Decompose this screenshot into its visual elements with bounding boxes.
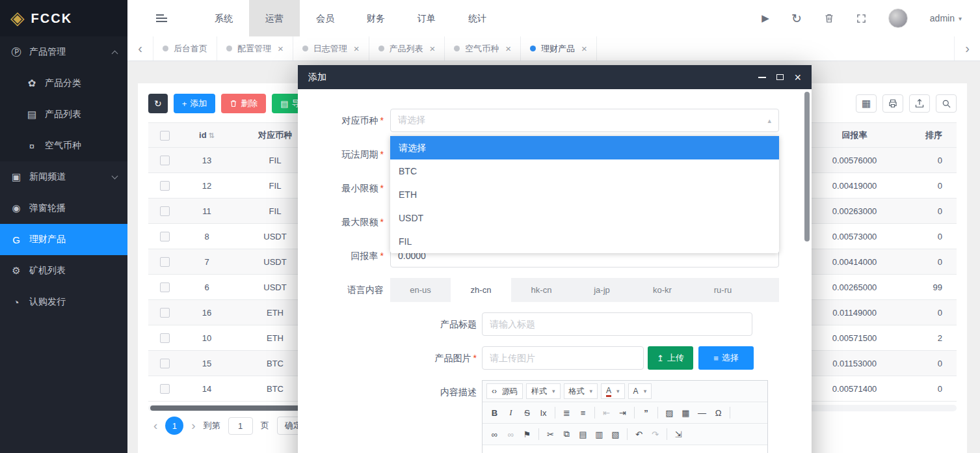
tab-air-coin[interactable]: 空气币种 × (445, 36, 521, 61)
tab-wealth-product[interactable]: 理财产品 × (521, 36, 597, 61)
row-checkbox[interactable] (160, 384, 170, 394)
product-title-input[interactable] (482, 312, 752, 336)
play-icon[interactable]: ▶ (761, 12, 769, 24)
tab-close-icon[interactable]: × (505, 43, 511, 54)
lang-tab-ko-kr[interactable]: ko-kr (632, 278, 693, 302)
row-checkbox[interactable] (160, 257, 170, 267)
remove-format-button[interactable]: Ix (536, 405, 551, 420)
search-icon[interactable] (936, 94, 957, 113)
top-menu-system[interactable]: 系统 (198, 0, 249, 36)
bullet-list-button[interactable]: ≡ (576, 405, 590, 420)
close-icon[interactable]: × (794, 72, 801, 83)
top-menu-order[interactable]: 订单 (401, 0, 452, 36)
sidebar-item-product-management[interactable]: Ⓟ 产品管理 (0, 36, 127, 68)
delete-button[interactable]: 删除 (221, 94, 266, 113)
sidebar-item-popup-carousel[interactable]: ◉ 弹窗轮播 (0, 193, 127, 224)
tab-close-icon[interactable]: × (581, 43, 587, 54)
row-checkbox[interactable] (160, 308, 170, 318)
paste-button[interactable]: ▤ (576, 426, 590, 442)
row-checkbox[interactable] (160, 282, 170, 292)
lang-tab-zh-cn[interactable]: zh-cn (451, 278, 511, 302)
bg-color-dropdown[interactable]: A ▾ (628, 383, 652, 399)
column-header-id[interactable]: id (199, 130, 207, 140)
row-checkbox[interactable] (160, 333, 170, 343)
sidebar-item-miner-list[interactable]: ⚙ 矿机列表 (0, 255, 127, 286)
increase-indent-button[interactable]: ⇥ (615, 405, 630, 420)
lang-tab-hk-cn[interactable]: hk-cn (511, 278, 572, 302)
upload-button[interactable]: ↥ 上传 (648, 346, 693, 370)
page-number-button[interactable]: 1 (165, 417, 183, 435)
lang-tab-ja-jp[interactable]: ja-jp (572, 278, 632, 302)
copy-button[interactable]: ⧉ (559, 426, 574, 442)
sidebar-item-product-category[interactable]: ✿ 产品分类 (0, 68, 127, 99)
editor-content-area[interactable] (483, 445, 767, 453)
numbered-list-button[interactable]: ≣ (559, 405, 574, 420)
minimize-icon[interactable] (758, 77, 766, 78)
columns-grid-icon[interactable]: ▦ (856, 94, 877, 113)
lang-tab-ru-ru[interactable]: ru-ru (693, 278, 753, 302)
italic-button[interactable]: I (503, 405, 518, 420)
dropdown-option-btc[interactable]: BTC (390, 159, 779, 183)
dialog-scrollbar-thumb[interactable] (804, 92, 810, 241)
print-icon[interactable] (882, 94, 903, 113)
prev-page-button[interactable]: ‹ (153, 419, 157, 433)
tabs-scroll-right-button[interactable]: › (954, 36, 980, 61)
product-image-input[interactable] (482, 346, 644, 370)
source-button[interactable]: ‹› 源码 (486, 383, 523, 399)
sidebar-item-air-coin[interactable]: ¤ 空气币种 (0, 130, 127, 161)
coin-select[interactable]: 请选择 ▴ (390, 109, 779, 132)
sidebar-item-subscription-issue[interactable]: ◔ 认购发行 (0, 286, 127, 318)
strikethrough-button[interactable]: S (520, 405, 535, 420)
row-checkbox[interactable] (160, 156, 170, 165)
lang-tab-en-us[interactable]: en-us (390, 278, 451, 302)
bold-button[interactable]: B (487, 405, 502, 420)
row-checkbox[interactable] (160, 359, 170, 368)
dialog-header[interactable]: 添加 × (298, 65, 812, 89)
refresh-icon[interactable]: ↻ (791, 11, 802, 26)
tab-close-icon[interactable]: × (278, 43, 284, 54)
sort-icon[interactable]: ⇅ (209, 131, 215, 139)
horizontal-rule-button[interactable]: ― (695, 405, 709, 420)
user-menu[interactable]: admin ▾ (930, 13, 962, 23)
blockquote-button[interactable]: ” (639, 405, 654, 420)
text-color-dropdown[interactable]: A ▾ (601, 383, 625, 399)
add-button[interactable]: + 添加 (174, 94, 216, 113)
dropdown-option-placeholder[interactable]: 请选择 (390, 136, 779, 159)
trash-icon[interactable] (824, 13, 834, 23)
tab-close-icon[interactable]: × (430, 43, 436, 54)
sidebar-item-product-list[interactable]: ▤ 产品列表 (0, 99, 127, 130)
top-menu-finance[interactable]: 财务 (351, 0, 401, 36)
next-page-button[interactable]: › (191, 419, 195, 433)
paste-text-button[interactable]: ▥ (592, 426, 607, 442)
select-all-checkbox[interactable] (160, 131, 170, 141)
tabs-scroll-left-button[interactable]: ‹ (127, 36, 153, 61)
refresh-button[interactable]: ↻ (148, 94, 168, 113)
special-char-button[interactable]: Ω (711, 405, 726, 420)
tab-product-list[interactable]: 产品列表 × (369, 36, 445, 61)
export-data-icon[interactable] (909, 94, 930, 113)
paste-word-button[interactable]: ▧ (608, 426, 623, 442)
row-checkbox[interactable] (160, 232, 170, 241)
dropdown-option-fil[interactable]: FIL (390, 230, 779, 253)
tab-dashboard[interactable]: 后台首页 (153, 36, 217, 61)
goto-page-input[interactable] (228, 417, 253, 435)
table-button[interactable]: ▦ (678, 405, 693, 420)
decrease-indent-button[interactable]: ⇤ (599, 405, 614, 420)
sidebar-item-news-channel[interactable]: ▣ 新闻频道 (0, 161, 127, 193)
tab-log-management[interactable]: 日志管理 × (293, 36, 369, 61)
avatar[interactable] (888, 8, 908, 28)
maximize-icon[interactable] (776, 74, 784, 80)
image-button[interactable]: ▨ (662, 405, 677, 420)
maximize-button[interactable]: ⇲ (671, 426, 686, 442)
format-dropdown[interactable]: 格式 ▾ (564, 383, 598, 399)
tab-close-icon[interactable]: × (354, 43, 360, 54)
redo-button[interactable]: ↷ (648, 426, 663, 442)
unlink-button[interactable]: ∞ (503, 426, 518, 442)
top-menu-statistics[interactable]: 统计 (452, 0, 503, 36)
sidebar-item-wealth-product[interactable]: G 理财产品 (0, 224, 127, 255)
style-dropdown[interactable]: 样式 ▾ (526, 383, 561, 399)
top-menu-operation[interactable]: 运营 (249, 0, 300, 36)
dropdown-option-usdt[interactable]: USDT (390, 206, 779, 230)
top-menu-member[interactable]: 会员 (300, 0, 351, 36)
choose-button[interactable]: ≡ 选择 (698, 346, 754, 370)
